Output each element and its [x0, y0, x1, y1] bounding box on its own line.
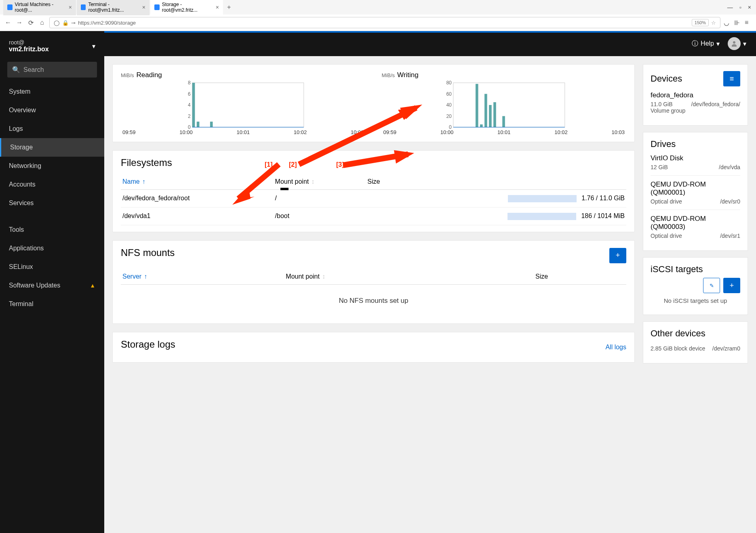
nfs-card: NFS mounts + Server↑ Mount point↕ Size N…: [112, 240, 635, 324]
svg-marker-31: [394, 150, 414, 164]
accent-bar: [104, 31, 756, 33]
nfs-title: NFS mounts: [121, 247, 175, 258]
chart-unit: MiB/s: [121, 72, 134, 78]
list-item[interactable]: VirtIO Disk12 GiB/dev/vda: [651, 149, 740, 175]
browser-tab-3[interactable]: Storage - root@vm2.fritz... ×: [150, 0, 223, 15]
add-nfs-button[interactable]: +: [609, 248, 626, 263]
all-logs-link[interactable]: All logs: [605, 344, 626, 351]
svg-text:2: 2: [188, 113, 191, 119]
annotation-label-3: [3]: [336, 161, 344, 168]
sidebar-item-selinux[interactable]: SELinux: [0, 258, 104, 276]
new-tab-button[interactable]: +: [224, 2, 234, 13]
help-button[interactable]: ⓘ Help ▾: [692, 40, 720, 48]
bookmark-star-icon[interactable]: ☆: [711, 20, 716, 26]
svg-point-0: [733, 41, 735, 44]
maximize-button[interactable]: ▫: [738, 3, 743, 11]
url-bar: ← → ⟳ ⌂ ◯ 🔒 ⊸ https://vm2:9090/storage 1…: [0, 15, 756, 31]
sidebar-item-applications[interactable]: Applications: [0, 239, 104, 258]
list-item[interactable]: QEMU DVD-ROM (QM00001)Optical drive/dev/…: [651, 175, 740, 210]
devices-menu-button[interactable]: ≡: [723, 71, 740, 86]
col-mount[interactable]: Mount point↕: [284, 269, 534, 285]
reload-button[interactable]: ⟳: [27, 19, 35, 27]
nfs-table: Server↑ Mount point↕ Size: [121, 269, 626, 285]
close-icon[interactable]: ×: [69, 4, 72, 10]
close-icon[interactable]: ×: [216, 4, 219, 10]
sort-up-icon: ↑: [144, 273, 147, 280]
avatar: [728, 37, 741, 50]
caret-down-icon: ▾: [92, 42, 95, 50]
svg-rect-20: [489, 105, 492, 127]
svg-text:80: 80: [446, 81, 452, 86]
browser-chrome: Virtual Machines - root@... × Terminal -…: [0, 0, 756, 31]
col-server[interactable]: Server↑: [121, 269, 284, 285]
search-icon: 🔍: [12, 66, 20, 73]
plus-icon: +: [616, 251, 620, 260]
browser-tab-1[interactable]: Virtual Machines - root@... ×: [3, 0, 76, 15]
other-devices-card: Other devices 2.85 GiB block device/dev/…: [643, 321, 748, 363]
browser-tab-2[interactable]: Terminal - root@vm1.fritz... ×: [77, 0, 150, 15]
minimize-button[interactable]: —: [726, 3, 735, 11]
annotation-label-1: [1]: [265, 161, 273, 168]
forward-button[interactable]: →: [15, 19, 23, 27]
chart-title: Writing: [397, 71, 419, 79]
annotation-arrow-3: [331, 140, 453, 180]
sidebar-item-terminal[interactable]: Terminal: [0, 295, 104, 313]
pocket-icon[interactable]: ◡: [724, 19, 731, 27]
chart-title: Reading: [137, 71, 162, 79]
close-window-button[interactable]: ×: [746, 3, 753, 11]
svg-rect-18: [480, 124, 482, 127]
list-item[interactable]: fedora_fedora11.0 GiB Volume group/dev/f…: [651, 86, 740, 119]
url-field[interactable]: ◯ 🔒 ⊸ https://vm2:9090/storage 150% ☆: [49, 17, 720, 28]
help-label: Help: [701, 40, 714, 47]
add-iscsi-button[interactable]: +: [723, 278, 740, 293]
warning-icon: ▲: [90, 282, 95, 289]
sort-up-icon: ↑: [142, 178, 145, 185]
annotation-mark: [280, 188, 289, 190]
caret-down-icon: ▾: [716, 40, 720, 48]
sidebar-item-networking[interactable]: Networking: [0, 157, 104, 175]
menu-icon[interactable]: ≡: [745, 19, 752, 26]
favicon-icon: [81, 4, 86, 10]
user-menu[interactable]: ▾: [728, 37, 746, 50]
edit-iscsi-button[interactable]: ✎: [703, 278, 720, 293]
list-item[interactable]: 2.85 GiB block device/dev/zram0: [651, 339, 740, 357]
sort-icon: ↕: [322, 273, 325, 280]
caret-down-icon: ▾: [743, 40, 746, 48]
sidebar-item-services[interactable]: Services: [0, 194, 104, 212]
back-button[interactable]: ←: [4, 19, 12, 27]
svg-rect-9: [210, 122, 213, 127]
sidebar-item-updates[interactable]: Software Updates ▲: [0, 276, 104, 295]
plus-icon: +: [730, 281, 734, 290]
other-title: Other devices: [651, 328, 740, 339]
svg-rect-17: [475, 84, 478, 127]
tab-bar: Virtual Machines - root@... × Terminal -…: [0, 0, 756, 15]
library-icon[interactable]: ⊪: [734, 19, 741, 27]
shield-icon: ◯: [54, 20, 60, 26]
sidebar-item-storage[interactable]: Storage: [0, 138, 104, 157]
devices-card: Devices ≡ fedora_fedora11.0 GiB Volume g…: [643, 64, 748, 126]
iscsi-empty: No iSCSI targets set up: [651, 293, 740, 308]
window-controls: — ▫ ×: [726, 3, 753, 11]
hamburger-icon: ≡: [730, 75, 734, 83]
close-icon[interactable]: ×: [142, 4, 145, 10]
iscsi-card: iSCSI targets ✎ + No iSCSI targets set u…: [643, 257, 748, 315]
zoom-badge[interactable]: 150%: [692, 19, 709, 26]
sidebar-item-system[interactable]: System: [0, 82, 104, 101]
url-text: https://vm2:9090/storage: [78, 20, 136, 26]
svg-rect-19: [484, 94, 487, 128]
svg-text:4: 4: [188, 102, 191, 108]
sidebar-item-accounts[interactable]: Accounts: [0, 175, 104, 194]
logs-title: Storage logs: [121, 339, 175, 350]
search-input[interactable]: 🔍 Search: [7, 62, 97, 78]
col-size[interactable]: Size: [534, 269, 626, 285]
svg-marker-26: [232, 187, 251, 205]
sidebar-item-logs[interactable]: Logs: [0, 120, 104, 138]
favicon-icon: [154, 4, 160, 10]
svg-text:8: 8: [188, 81, 191, 86]
home-button[interactable]: ⌂: [38, 19, 46, 27]
sidebar-item-tools[interactable]: Tools: [0, 220, 104, 239]
sidebar-item-overview[interactable]: Overview: [0, 101, 104, 120]
list-item[interactable]: QEMU DVD-ROM (QM00003)Optical drive/dev/…: [651, 210, 740, 244]
host-selector[interactable]: root@ vm2.fritz.box ▾: [0, 35, 104, 57]
edit-icon: ✎: [710, 283, 714, 289]
